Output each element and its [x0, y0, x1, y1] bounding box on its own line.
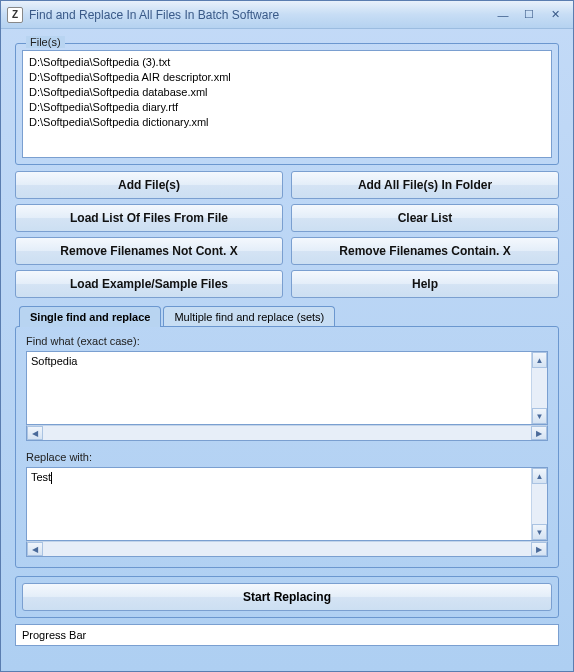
- scroll-down-icon[interactable]: ▼: [532, 524, 547, 540]
- titlebar[interactable]: Z Find and Replace In All Files In Batch…: [1, 1, 573, 29]
- find-label: Find what (exact case):: [26, 335, 548, 347]
- button-grid: Add File(s) Add All File(s) In Folder Lo…: [15, 171, 559, 298]
- remove-containing-button[interactable]: Remove Filenames Contain. X: [291, 237, 559, 265]
- add-files-button[interactable]: Add File(s): [15, 171, 283, 199]
- start-replacing-button[interactable]: Start Replacing: [22, 583, 552, 611]
- list-item[interactable]: D:\Softpedia\Softpedia dictionary.xml: [29, 115, 545, 130]
- scroll-track[interactable]: [43, 542, 531, 556]
- list-item[interactable]: D:\Softpedia\Softpedia diary.rtf: [29, 100, 545, 115]
- file-list-label: File(s): [26, 36, 65, 48]
- scroll-up-icon[interactable]: ▲: [532, 468, 547, 484]
- app-icon: Z: [7, 7, 23, 23]
- scroll-right-icon[interactable]: ▶: [531, 542, 547, 556]
- find-input[interactable]: [27, 352, 531, 424]
- list-item[interactable]: D:\Softpedia\Softpedia (3).txt: [29, 55, 545, 70]
- start-group: Start Replacing: [15, 576, 559, 618]
- scroll-left-icon[interactable]: ◀: [27, 426, 43, 440]
- scroll-right-icon[interactable]: ▶: [531, 426, 547, 440]
- find-vertical-scrollbar[interactable]: ▲ ▼: [531, 352, 547, 424]
- client-area: File(s) D:\Softpedia\Softpedia (3).txtD:…: [1, 29, 573, 671]
- list-item[interactable]: D:\Softpedia\Softpedia AIR descriptor.xm…: [29, 70, 545, 85]
- app-window: Z Find and Replace In All Files In Batch…: [0, 0, 574, 672]
- progress-bar: Progress Bar: [15, 624, 559, 646]
- file-list[interactable]: D:\Softpedia\Softpedia (3).txtD:\Softped…: [22, 50, 552, 158]
- replace-label: Replace with:: [26, 451, 548, 463]
- add-all-in-folder-button[interactable]: Add All File(s) In Folder: [291, 171, 559, 199]
- close-button[interactable]: ✕: [543, 6, 567, 24]
- tab-strip: Single find and replace Multiple find an…: [19, 306, 559, 327]
- file-list-group: File(s) D:\Softpedia\Softpedia (3).txtD:…: [15, 43, 559, 165]
- find-horizontal-scrollbar[interactable]: ◀ ▶: [26, 425, 548, 441]
- find-textbox-wrap: ▲ ▼: [26, 351, 548, 425]
- maximize-button[interactable]: ☐: [517, 6, 541, 24]
- replace-input[interactable]: Test: [27, 468, 531, 540]
- list-item[interactable]: D:\Softpedia\Softpedia database.xml: [29, 85, 545, 100]
- tab-panel-single: Find what (exact case): ▲ ▼ ◀ ▶ Replace …: [15, 326, 559, 568]
- scroll-track[interactable]: [43, 426, 531, 440]
- load-list-from-file-button[interactable]: Load List Of Files From File: [15, 204, 283, 232]
- replace-horizontal-scrollbar[interactable]: ◀ ▶: [26, 541, 548, 557]
- remove-not-containing-button[interactable]: Remove Filenames Not Cont. X: [15, 237, 283, 265]
- replace-vertical-scrollbar[interactable]: ▲ ▼: [531, 468, 547, 540]
- tab-single-find-replace[interactable]: Single find and replace: [19, 306, 161, 327]
- load-example-files-button[interactable]: Load Example/Sample Files: [15, 270, 283, 298]
- clear-list-button[interactable]: Clear List: [291, 204, 559, 232]
- minimize-button[interactable]: —: [491, 6, 515, 24]
- help-button[interactable]: Help: [291, 270, 559, 298]
- tab-multiple-find-replace[interactable]: Multiple find and replace (sets): [163, 306, 335, 327]
- replace-textbox-wrap: Test ▲ ▼: [26, 467, 548, 541]
- scroll-down-icon[interactable]: ▼: [532, 408, 547, 424]
- window-title: Find and Replace In All Files In Batch S…: [29, 8, 491, 22]
- scroll-left-icon[interactable]: ◀: [27, 542, 43, 556]
- scroll-up-icon[interactable]: ▲: [532, 352, 547, 368]
